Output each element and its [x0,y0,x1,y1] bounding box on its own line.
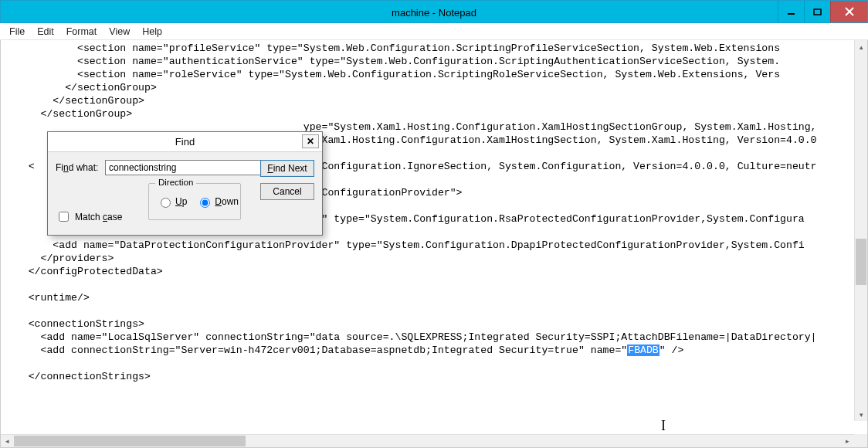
content-area: <section name="profileService" type="Sys… [0,40,868,448]
scroll-down-arrow-icon[interactable]: ▾ [855,408,867,421]
menu-help[interactable]: Help [136,26,168,37]
vertical-scrollbar[interactable]: ▴ ▾ [854,40,867,421]
close-button[interactable] [830,1,867,22]
scroll-corner [854,434,867,447]
close-icon: ✕ [307,136,314,147]
menu-format[interactable]: Format [60,26,103,37]
svg-rect-1 [814,9,821,15]
direction-up-radio[interactable]: Up [157,195,187,208]
scroll-left-arrow-icon[interactable]: ◂ [1,435,14,447]
find-what-label: Find what: [56,162,99,173]
menu-file[interactable]: File [3,26,31,37]
menu-view[interactable]: View [103,26,136,37]
hscroll-track[interactable] [14,435,841,447]
direction-group: Direction Up Down [148,183,241,220]
window-controls [778,1,867,22]
match-case-checkbox[interactable]: Match case [56,209,122,224]
minimize-icon [787,8,795,16]
menu-edit[interactable]: Edit [31,26,60,37]
direction-label: Direction [155,178,196,187]
vscroll-thumb[interactable] [856,239,866,285]
find-dialog-title[interactable]: Find ✕ [48,132,322,152]
scroll-up-arrow-icon[interactable]: ▴ [855,40,867,53]
find-body: Find what: Find Next Cancel Direction Up… [48,152,322,235]
maximize-icon [813,8,822,16]
find-close-button[interactable]: ✕ [302,134,319,148]
vscroll-track[interactable] [855,53,867,408]
minimize-button[interactable] [778,1,804,22]
maximize-button[interactable] [804,1,830,22]
hscroll-thumb[interactable] [14,436,246,446]
window-titlebar: machine - Notepad [0,0,868,23]
find-next-button[interactable]: Find Next [260,160,314,177]
horizontal-scrollbar[interactable]: ◂ ▸ [1,434,854,447]
close-icon [845,7,854,16]
cancel-button[interactable]: Cancel [260,183,314,200]
menubar: File Edit Format View Help [0,23,868,40]
direction-down-radio[interactable]: Down [196,195,239,208]
find-title-text: Find [175,136,195,148]
find-dialog: Find ✕ Find what: Find Next Cancel Direc… [47,131,323,236]
window-title: machine - Notepad [1,1,867,24]
scroll-right-arrow-icon[interactable]: ▸ [841,435,854,447]
editor-area: <section name="profileService" type="Sys… [1,40,867,434]
text-editor[interactable]: <section name="profileService" type="Sys… [1,40,867,434]
